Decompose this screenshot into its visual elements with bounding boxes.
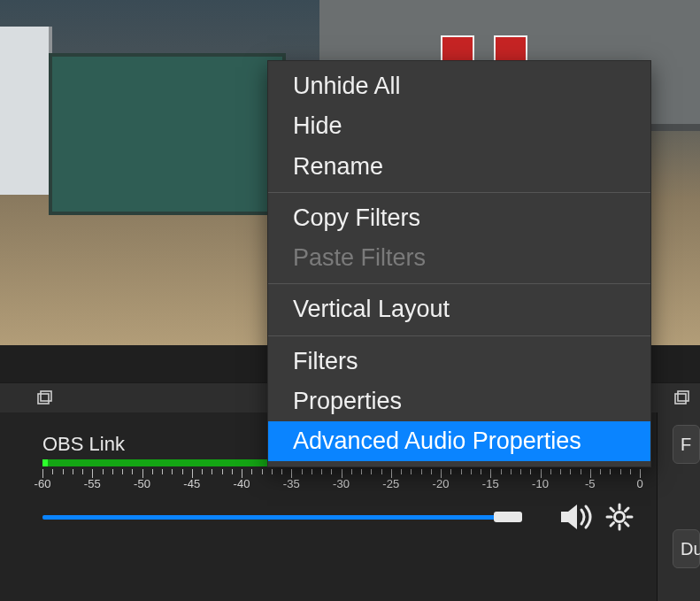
menu-separator xyxy=(268,283,650,284)
scale-label: -5 xyxy=(585,477,596,490)
menu-item[interactable]: Advanced Audio Properties xyxy=(268,421,650,461)
scale-label: -50 xyxy=(134,477,150,490)
svg-line-13 xyxy=(626,508,629,512)
svg-line-12 xyxy=(611,523,614,527)
scale-label: -35 xyxy=(283,477,300,490)
scale-label: 0 xyxy=(636,477,642,490)
svg-line-10 xyxy=(611,508,614,512)
audio-meter-scale: -60-55-50-45-40-35-30-25-20-15-10-50 xyxy=(42,469,640,487)
side-button[interactable]: F xyxy=(673,425,700,464)
audio-source-name: OBS Link xyxy=(42,433,125,456)
menu-separator xyxy=(268,192,650,193)
volume-slider-thumb[interactable] xyxy=(494,512,522,522)
svg-marker-4 xyxy=(561,505,577,529)
svg-rect-0 xyxy=(38,394,49,404)
scale-label: -55 xyxy=(84,477,101,490)
svg-line-11 xyxy=(626,523,629,527)
scale-label: -10 xyxy=(532,477,549,490)
menu-item[interactable]: Filters xyxy=(268,342,650,381)
scale-label: -30 xyxy=(333,477,350,490)
preview-scene-shape xyxy=(49,53,286,215)
scale-label: -25 xyxy=(382,477,399,490)
svg-rect-2 xyxy=(675,394,686,404)
volume-slider-track xyxy=(42,515,508,520)
menu-item: Paste Filters xyxy=(268,238,650,278)
preview-scene-shape xyxy=(0,27,52,195)
svg-point-5 xyxy=(615,512,625,522)
svg-rect-3 xyxy=(678,391,688,401)
scale-label: -15 xyxy=(482,477,499,490)
menu-item[interactable]: Rename xyxy=(268,147,650,187)
menu-item[interactable]: Properties xyxy=(268,381,650,421)
svg-rect-1 xyxy=(41,391,51,401)
menu-separator xyxy=(268,335,650,336)
menu-item[interactable]: Copy Filters xyxy=(268,198,650,238)
speaker-icon[interactable] xyxy=(559,503,596,531)
gear-icon[interactable] xyxy=(605,503,634,531)
side-button[interactable]: Du xyxy=(673,529,700,568)
scale-label: -45 xyxy=(183,477,200,490)
volume-slider[interactable] xyxy=(42,512,538,522)
dock-popout-icon[interactable] xyxy=(674,390,690,405)
dock-popout-icon[interactable] xyxy=(37,390,53,405)
scale-label: -40 xyxy=(234,477,250,490)
menu-item[interactable]: Vertical Layout xyxy=(268,289,650,329)
menu-item[interactable]: Unhide All xyxy=(268,66,650,106)
scale-label: -20 xyxy=(433,477,450,490)
menu-item[interactable]: Hide xyxy=(268,106,650,146)
scale-label: -60 xyxy=(35,477,51,490)
context-menu: Unhide AllHideRenameCopy FiltersPaste Fi… xyxy=(267,60,651,467)
